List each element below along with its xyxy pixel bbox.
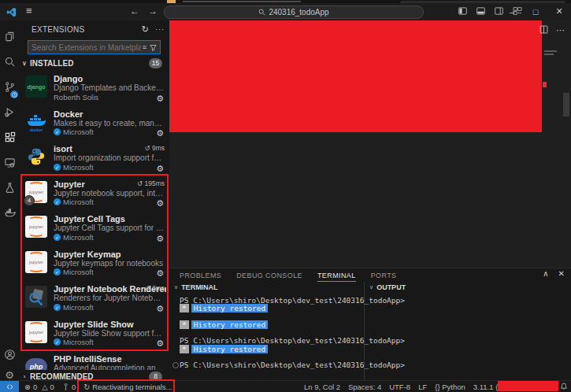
explorer-icon[interactable] xyxy=(0,26,19,46)
terminal-line: *History restored xyxy=(180,321,363,329)
gear-icon[interactable]: ⚙ xyxy=(156,164,164,174)
panel-close-icon[interactable]: ✕ xyxy=(558,269,565,278)
extension-description: Jupyter notebook support, interacti... xyxy=(54,189,166,198)
terminal-content[interactable]: PS C:\Users\shiro\Desktop\dev_test\24031… xyxy=(180,297,363,370)
command-center-search[interactable]: 240316_todoApp xyxy=(164,6,424,19)
minimize-button[interactable]: – xyxy=(502,3,522,20)
indentation[interactable]: Spaces: 4 xyxy=(348,383,381,391)
gear-icon[interactable]: ⚙ xyxy=(156,234,164,244)
eol-sequence[interactable]: LF xyxy=(418,383,427,391)
cursor-position[interactable]: Ln 9, Col 2 xyxy=(304,383,340,391)
accounts-icon[interactable] xyxy=(0,344,19,364)
close-button[interactable]: ✕ xyxy=(549,3,569,20)
reactivating-terminals-status[interactable]: ↻ Reactivating terminals... xyxy=(83,383,172,391)
extension-author: Microsoft xyxy=(63,163,94,172)
minimap-marker xyxy=(543,82,547,87)
extension-item[interactable]: jupyterJupyter Cell TagsJupyter Cell Tag… xyxy=(19,210,169,246)
php-icon: php xyxy=(25,358,47,370)
activation-time: ↺ 9ms xyxy=(144,144,165,152)
verified-publisher-icon: ✓ xyxy=(54,304,61,311)
status-bar: ⊗0 △0 0 ↻ Reactivating terminals... Ln 9… xyxy=(0,380,571,392)
extension-item[interactable]: Jupyter Notebook RenderersRenderers for … xyxy=(19,280,169,316)
panel-tabs: PROBLEMSDEBUG CONSOLETERMINALPORTS xyxy=(180,268,397,282)
split-editor-icon[interactable] xyxy=(539,25,548,34)
testing-icon[interactable] xyxy=(0,177,19,198)
remote-indicator[interactable] xyxy=(0,381,19,392)
recommended-section-header[interactable]: › RECOMMENDED 8 xyxy=(19,370,169,380)
verified-publisher-icon: ✓ xyxy=(54,338,61,346)
docker-icon[interactable] xyxy=(0,202,19,223)
editor-area: ⋯ PROBLEMSDEBUG CONSOLETERMINALPORTS ∧ ✕… xyxy=(169,20,571,380)
extension-description: Renderers for Jupyter Notebooks (w... xyxy=(54,294,166,303)
gear-icon[interactable]: ⚙ xyxy=(156,128,164,139)
gear-icon[interactable]: ⚙ xyxy=(156,304,164,314)
filter-funnel-icon[interactable] xyxy=(150,44,157,51)
extension-description: Jupyter Cell Tags support for VS Code xyxy=(54,224,166,233)
extension-item[interactable]: dockerDockerMakes it easy to create, man… xyxy=(19,105,169,141)
more-actions-icon[interactable]: ··· xyxy=(155,25,165,33)
extension-item[interactable]: phpPHP IntelliSenseAdvanced Autocompleti… xyxy=(19,350,169,370)
editor-more-icon[interactable]: ⋯ xyxy=(556,28,565,32)
panel-tab-ports[interactable]: PORTS xyxy=(371,268,397,282)
terminal-pane-header[interactable]: ∨ TERMINAL xyxy=(174,283,218,291)
verified-publisher-icon: ✓ xyxy=(54,268,61,276)
run-debug-icon[interactable] xyxy=(0,102,19,122)
chevron-down-icon: ∨ xyxy=(19,60,30,67)
activation-time: ↺ 3ms xyxy=(144,284,165,292)
problems-status[interactable]: ⊗0 △0 xyxy=(24,383,54,391)
refresh-icon[interactable]: ↻ xyxy=(142,24,149,35)
activation-time: ↺ 195ms xyxy=(137,179,165,187)
extension-author: Microsoft xyxy=(63,198,94,206)
extension-item[interactable]: jupyterJupyter Slide ShowJupyter Slide S… xyxy=(19,316,169,351)
maximize-button[interactable]: □ xyxy=(525,3,546,20)
svg-text:docker: docker xyxy=(30,128,43,132)
installed-section-header[interactable]: ∨ INSTALLED 15 xyxy=(19,57,169,69)
extensions-search-box[interactable]: ≡ xyxy=(28,40,161,54)
extensions-icon[interactable] xyxy=(0,127,19,147)
extension-author: Microsoft xyxy=(63,303,94,312)
radio-tower-icon xyxy=(62,383,69,390)
notifications-bell-icon[interactable] xyxy=(560,383,568,390)
verified-publisher-icon: ✓ xyxy=(54,164,61,171)
sidebar-title: EXTENSIONS xyxy=(32,25,84,34)
source-control-icon[interactable] xyxy=(0,76,19,97)
toggle-sidebar-icon[interactable] xyxy=(458,7,467,15)
extension-description: Makes it easy to create, manage, an... xyxy=(54,119,166,128)
toggle-panel-icon[interactable] xyxy=(476,7,485,15)
extensions-search-input[interactable] xyxy=(28,43,143,52)
extension-item[interactable]: isortImport organization support for Pyt… xyxy=(19,140,169,176)
language-mode[interactable]: {} Python xyxy=(435,383,465,391)
extension-item[interactable]: jupyterJupyter KeymapJupyter keymaps for… xyxy=(19,246,169,281)
gear-icon[interactable]: ⚙ xyxy=(156,198,164,209)
extensions-list: djangoDjangoDjango Templates and Backend… xyxy=(19,70,169,370)
extension-item[interactable]: djangoDjangoDjango Templates and Backend… xyxy=(19,70,169,105)
search-icon[interactable] xyxy=(0,51,19,72)
panel-tab-debug-console[interactable]: DEBUG CONSOLE xyxy=(236,268,302,282)
gear-icon[interactable]: ⚙ xyxy=(156,94,164,104)
panel-maximize-icon[interactable]: ∧ xyxy=(543,269,548,278)
gear-icon[interactable]: ⚙ xyxy=(156,338,164,349)
nav-forward-icon[interactable]: → xyxy=(148,6,158,17)
terminal-line: PS C:\Users\shiro\Desktop\dev_test\24031… xyxy=(180,361,363,369)
chevron-right-icon: › xyxy=(19,373,30,380)
extension-description: Advanced Autocompletion and Ref... xyxy=(54,364,166,370)
extension-description: Jupyter keymaps for notebooks xyxy=(54,259,166,268)
menu-icon[interactable]: ≡ xyxy=(26,5,32,17)
nav-back-icon[interactable]: ← xyxy=(130,6,139,17)
extension-name: Django xyxy=(54,74,166,83)
chevron-down-icon: ∨ xyxy=(369,284,373,290)
panel-tab-terminal[interactable]: TERMINAL xyxy=(317,268,356,282)
panel-tab-problems[interactable]: PROBLEMS xyxy=(180,268,221,282)
gear-icon[interactable]: ⚙ xyxy=(156,268,164,279)
ports-status[interactable]: 0 xyxy=(62,383,76,391)
output-pane-header[interactable]: ∨ OUTPUT xyxy=(369,283,406,291)
filter-list-icon[interactable]: ≡ xyxy=(143,43,146,51)
jupyter-icon: jupyter xyxy=(25,321,47,343)
extension-item[interactable]: jupyter4JupyterJupyter notebook support,… xyxy=(19,176,169,211)
remote-explorer-icon[interactable] xyxy=(0,152,19,172)
extension-count-badge: 4 xyxy=(24,195,35,206)
encoding[interactable]: UTF-8 xyxy=(389,383,410,391)
extension-author: Microsoft xyxy=(63,268,94,276)
blurred-title-text xyxy=(183,1,301,2)
editor-scrollbar[interactable] xyxy=(563,93,569,116)
